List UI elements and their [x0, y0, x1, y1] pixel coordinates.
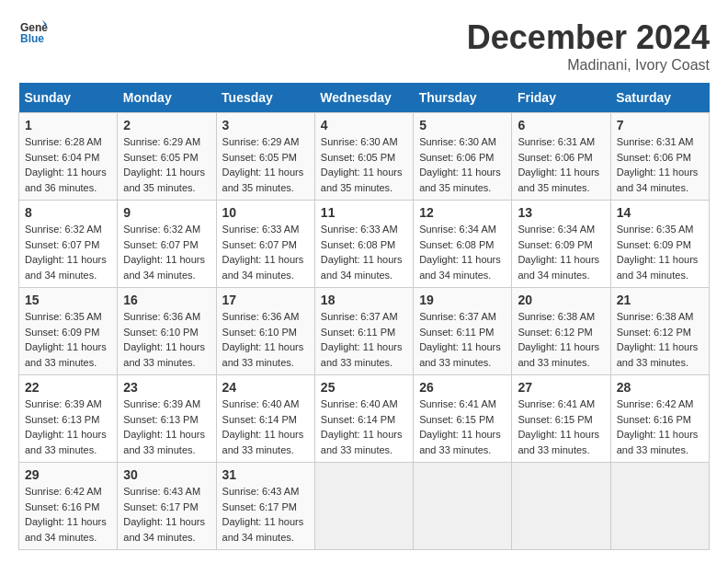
- day-number: 25: [321, 380, 407, 395]
- calendar-week-5: 29Sunrise: 6:42 AM Sunset: 6:16 PM Dayli…: [19, 463, 710, 550]
- day-number: 8: [25, 205, 111, 220]
- calendar-cell: 23Sunrise: 6:39 AM Sunset: 6:13 PM Dayli…: [118, 375, 216, 463]
- day-info: Sunrise: 6:42 AM Sunset: 6:16 PM Dayligh…: [25, 484, 111, 545]
- calendar-header-row: SundayMondayTuesdayWednesdayThursdayFrid…: [19, 83, 710, 113]
- day-number: 29: [25, 467, 111, 482]
- header-sunday: Sunday: [19, 83, 118, 113]
- calendar-cell: 8Sunrise: 6:32 AM Sunset: 6:07 PM Daylig…: [19, 201, 118, 288]
- calendar-cell: 7Sunrise: 6:31 AM Sunset: 6:06 PM Daylig…: [610, 113, 709, 201]
- svg-text:Blue: Blue: [20, 32, 44, 45]
- day-info: Sunrise: 6:39 AM Sunset: 6:13 PM Dayligh…: [25, 396, 111, 457]
- calendar-cell: 20Sunrise: 6:38 AM Sunset: 6:12 PM Dayli…: [512, 288, 610, 375]
- day-number: 23: [123, 380, 210, 395]
- calendar-cell: 4Sunrise: 6:30 AM Sunset: 6:05 PM Daylig…: [314, 113, 413, 201]
- day-info: Sunrise: 6:41 AM Sunset: 6:15 PM Dayligh…: [419, 396, 506, 457]
- calendar-cell: 3Sunrise: 6:29 AM Sunset: 6:05 PM Daylig…: [216, 113, 314, 201]
- calendar-cell: 25Sunrise: 6:40 AM Sunset: 6:14 PM Dayli…: [314, 375, 413, 463]
- header-thursday: Thursday: [414, 83, 512, 113]
- calendar-cell: 29Sunrise: 6:42 AM Sunset: 6:16 PM Dayli…: [19, 463, 118, 550]
- calendar-cell: 9Sunrise: 6:32 AM Sunset: 6:07 PM Daylig…: [118, 201, 216, 288]
- day-info: Sunrise: 6:29 AM Sunset: 6:05 PM Dayligh…: [222, 134, 309, 195]
- calendar-cell: 11Sunrise: 6:33 AM Sunset: 6:08 PM Dayli…: [314, 201, 413, 288]
- page-header: General Blue December 2024 Madinani, Ivo…: [18, 18, 710, 74]
- header-tuesday: Tuesday: [216, 83, 314, 113]
- calendar-cell: 12Sunrise: 6:34 AM Sunset: 6:08 PM Dayli…: [414, 201, 512, 288]
- day-info: Sunrise: 6:34 AM Sunset: 6:08 PM Dayligh…: [419, 222, 506, 282]
- day-info: Sunrise: 6:33 AM Sunset: 6:08 PM Dayligh…: [321, 222, 407, 282]
- day-info: Sunrise: 6:29 AM Sunset: 6:05 PM Dayligh…: [123, 134, 210, 195]
- calendar-cell: 13Sunrise: 6:34 AM Sunset: 6:09 PM Dayli…: [512, 201, 610, 288]
- calendar-cell: 24Sunrise: 6:40 AM Sunset: 6:14 PM Dayli…: [216, 375, 314, 463]
- calendar-cell: [414, 463, 512, 550]
- day-number: 18: [321, 293, 407, 307]
- logo-icon: General Blue: [20, 18, 48, 46]
- calendar-table: SundayMondayTuesdayWednesdayThursdayFrid…: [18, 83, 710, 550]
- day-info: Sunrise: 6:32 AM Sunset: 6:07 PM Dayligh…: [25, 222, 111, 282]
- calendar-cell: 15Sunrise: 6:35 AM Sunset: 6:09 PM Dayli…: [19, 288, 118, 375]
- day-info: Sunrise: 6:43 AM Sunset: 6:17 PM Dayligh…: [123, 484, 210, 545]
- calendar-week-2: 8Sunrise: 6:32 AM Sunset: 6:07 PM Daylig…: [19, 201, 710, 288]
- calendar-cell: [314, 463, 413, 550]
- day-info: Sunrise: 6:39 AM Sunset: 6:13 PM Dayligh…: [123, 396, 210, 457]
- day-number: 13: [518, 205, 604, 220]
- header-wednesday: Wednesday: [314, 83, 413, 113]
- day-number: 17: [222, 293, 309, 307]
- header-saturday: Saturday: [610, 83, 709, 113]
- calendar-cell: 26Sunrise: 6:41 AM Sunset: 6:15 PM Dayli…: [414, 375, 512, 463]
- calendar-cell: 10Sunrise: 6:33 AM Sunset: 6:07 PM Dayli…: [216, 201, 314, 288]
- day-info: Sunrise: 6:34 AM Sunset: 6:09 PM Dayligh…: [518, 222, 604, 282]
- day-number: 4: [321, 118, 407, 132]
- calendar-week-1: 1Sunrise: 6:28 AM Sunset: 6:04 PM Daylig…: [19, 113, 710, 201]
- day-info: Sunrise: 6:35 AM Sunset: 6:09 PM Dayligh…: [25, 309, 111, 370]
- day-info: Sunrise: 6:38 AM Sunset: 6:12 PM Dayligh…: [518, 309, 604, 370]
- day-info: Sunrise: 6:30 AM Sunset: 6:06 PM Dayligh…: [419, 134, 506, 195]
- day-number: 21: [617, 293, 703, 307]
- day-info: Sunrise: 6:33 AM Sunset: 6:07 PM Dayligh…: [222, 222, 309, 282]
- header-friday: Friday: [512, 83, 610, 113]
- calendar-cell: 19Sunrise: 6:37 AM Sunset: 6:11 PM Dayli…: [414, 288, 512, 375]
- day-number: 15: [25, 293, 111, 307]
- calendar-cell: 21Sunrise: 6:38 AM Sunset: 6:12 PM Dayli…: [610, 288, 709, 375]
- calendar-cell: 30Sunrise: 6:43 AM Sunset: 6:17 PM Dayli…: [118, 463, 216, 550]
- day-number: 30: [123, 467, 210, 482]
- day-number: 3: [222, 118, 309, 132]
- calendar-cell: 5Sunrise: 6:30 AM Sunset: 6:06 PM Daylig…: [414, 113, 512, 201]
- calendar-cell: 31Sunrise: 6:43 AM Sunset: 6:17 PM Dayli…: [216, 463, 314, 550]
- day-number: 20: [518, 293, 604, 307]
- day-info: Sunrise: 6:37 AM Sunset: 6:11 PM Dayligh…: [321, 309, 407, 370]
- calendar-cell: 1Sunrise: 6:28 AM Sunset: 6:04 PM Daylig…: [19, 113, 118, 201]
- day-number: 1: [25, 118, 111, 132]
- day-info: Sunrise: 6:40 AM Sunset: 6:14 PM Dayligh…: [321, 396, 407, 457]
- day-number: 24: [222, 380, 309, 395]
- day-number: 16: [123, 293, 210, 307]
- day-info: Sunrise: 6:35 AM Sunset: 6:09 PM Dayligh…: [617, 222, 703, 282]
- day-info: Sunrise: 6:37 AM Sunset: 6:11 PM Dayligh…: [419, 309, 506, 370]
- day-info: Sunrise: 6:28 AM Sunset: 6:04 PM Dayligh…: [25, 134, 111, 195]
- day-number: 6: [518, 118, 604, 132]
- calendar-cell: 28Sunrise: 6:42 AM Sunset: 6:16 PM Dayli…: [610, 375, 709, 463]
- calendar-cell: 16Sunrise: 6:36 AM Sunset: 6:10 PM Dayli…: [118, 288, 216, 375]
- day-number: 22: [25, 380, 111, 395]
- calendar-cell: 14Sunrise: 6:35 AM Sunset: 6:09 PM Dayli…: [610, 201, 709, 288]
- calendar-cell: 2Sunrise: 6:29 AM Sunset: 6:05 PM Daylig…: [118, 113, 216, 201]
- month-title: December 2024: [467, 18, 710, 57]
- day-number: 7: [617, 118, 703, 132]
- calendar-cell: 17Sunrise: 6:36 AM Sunset: 6:10 PM Dayli…: [216, 288, 314, 375]
- day-info: Sunrise: 6:36 AM Sunset: 6:10 PM Dayligh…: [123, 309, 210, 370]
- header-monday: Monday: [118, 83, 216, 113]
- day-number: 11: [321, 205, 407, 220]
- day-number: 31: [222, 467, 309, 482]
- day-number: 28: [617, 380, 703, 395]
- title-block: December 2024 Madinani, Ivory Coast: [467, 18, 710, 74]
- day-info: Sunrise: 6:32 AM Sunset: 6:07 PM Dayligh…: [123, 222, 210, 282]
- calendar-cell: 6Sunrise: 6:31 AM Sunset: 6:06 PM Daylig…: [512, 113, 610, 201]
- calendar-cell: 18Sunrise: 6:37 AM Sunset: 6:11 PM Dayli…: [314, 288, 413, 375]
- day-number: 10: [222, 205, 309, 220]
- day-info: Sunrise: 6:42 AM Sunset: 6:16 PM Dayligh…: [617, 396, 703, 457]
- day-info: Sunrise: 6:30 AM Sunset: 6:05 PM Dayligh…: [321, 134, 407, 195]
- day-info: Sunrise: 6:38 AM Sunset: 6:12 PM Dayligh…: [617, 309, 703, 370]
- day-info: Sunrise: 6:40 AM Sunset: 6:14 PM Dayligh…: [222, 396, 309, 457]
- calendar-cell: [610, 463, 709, 550]
- day-number: 14: [617, 205, 703, 220]
- day-number: 2: [123, 118, 210, 132]
